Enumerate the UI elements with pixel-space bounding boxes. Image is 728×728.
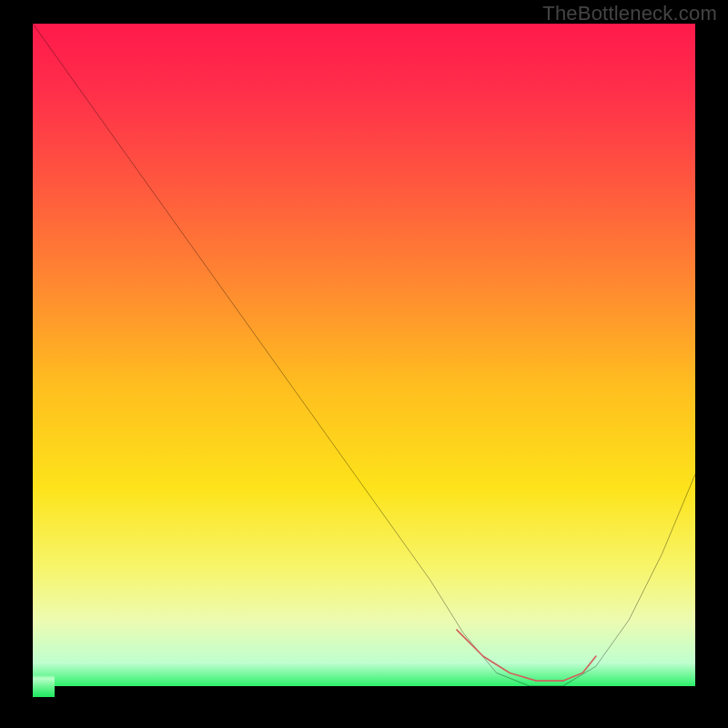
optimal-range-highlight <box>457 630 596 681</box>
chart-frame: TheBottleneck.com <box>0 0 728 728</box>
chart-svg <box>33 24 695 686</box>
bottleneck-curve <box>33 24 695 686</box>
watermark-text: TheBottleneck.com <box>542 2 717 25</box>
plot-area <box>33 24 695 697</box>
